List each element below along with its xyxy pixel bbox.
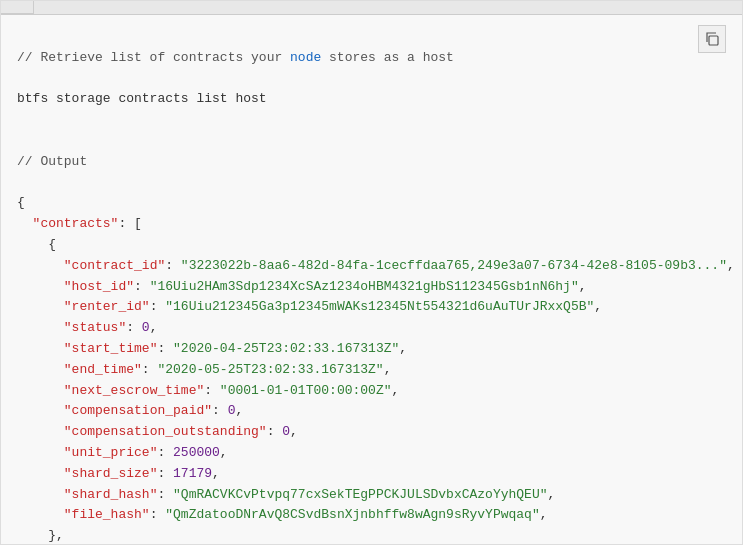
- line: btfs storage contracts list host: [17, 89, 726, 110]
- line: [17, 131, 726, 152]
- line: "end_time": "2020-05-25T23:02:33.167313Z…: [17, 360, 726, 381]
- line: "contract_id": "3223022b-8aa6-482d-84fa-…: [17, 256, 726, 277]
- line: "start_time": "2020-04-25T23:02:33.16731…: [17, 339, 726, 360]
- line: [17, 27, 726, 48]
- code-output: // Retrieve list of contracts your node …: [17, 27, 726, 544]
- shell-tab[interactable]: [1, 1, 34, 14]
- copy-button[interactable]: [698, 25, 726, 53]
- svg-rect-0: [709, 36, 718, 45]
- line: "next_escrow_time": "0001-01-01T00:00:00…: [17, 381, 726, 402]
- line: "renter_id": "16Uiu212345Ga3p12345mWAKs1…: [17, 297, 726, 318]
- line: },: [17, 526, 726, 544]
- line: "shard_hash": "QmRACVKCvPtvpq77cxSekTEgP…: [17, 485, 726, 506]
- shell-content: // Retrieve list of contracts your node …: [1, 15, 742, 544]
- line: {: [17, 193, 726, 214]
- line: // Retrieve list of contracts your node …: [17, 48, 726, 69]
- line: "shard_size": 17179,: [17, 464, 726, 485]
- line: "file_hash": "QmZdatooDNrAvQ8CSvdBsnXjnb…: [17, 505, 726, 526]
- line: {: [17, 235, 726, 256]
- line: "contracts": [: [17, 214, 726, 235]
- line: "host_id": "16Uiu2HAm3Sdp1234XcSAz1234oH…: [17, 277, 726, 298]
- line: "unit_price": 250000,: [17, 443, 726, 464]
- shell-container: // Retrieve list of contracts your node …: [0, 0, 743, 545]
- line: "compensation_paid": 0,: [17, 401, 726, 422]
- line: [17, 69, 726, 90]
- line: "status": 0,: [17, 318, 726, 339]
- line: // Output: [17, 152, 726, 173]
- line: [17, 110, 726, 131]
- line: "compensation_outstanding": 0,: [17, 422, 726, 443]
- line: [17, 173, 726, 194]
